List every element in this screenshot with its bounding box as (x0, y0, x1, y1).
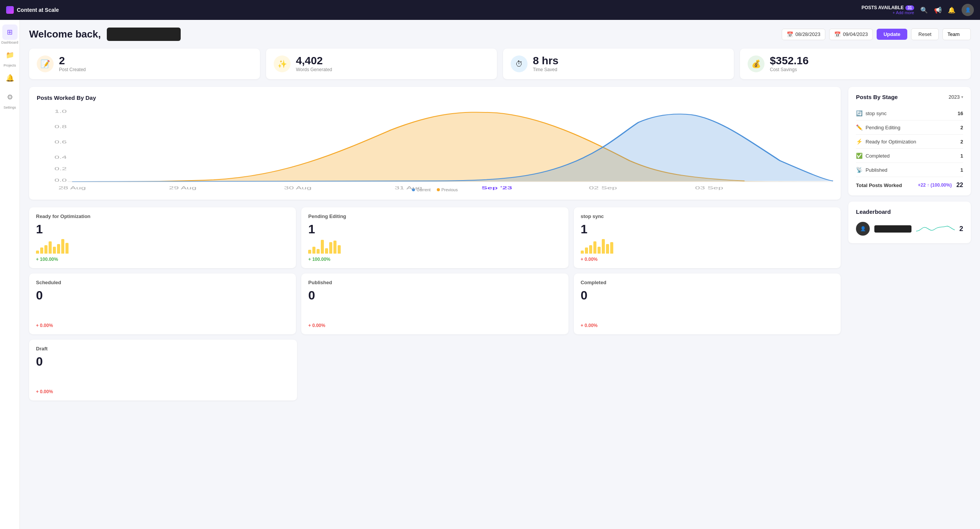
total-count: 22 (956, 182, 963, 189)
svg-text:0.8: 0.8 (54, 125, 67, 129)
mini-card-completed-title: Completed (581, 280, 834, 285)
leaderboard-title: Leaderboard (856, 208, 963, 215)
published-stage-icon: 📡 (856, 167, 862, 173)
page-header: Welcome back, ████ 📅 08/28/2023 📅 09/04/… (29, 28, 971, 41)
svg-text:29 Aug: 29 Aug (169, 186, 196, 190)
lb-avatar: 👤 (856, 222, 870, 236)
svg-text:03 Sep: 03 Sep (695, 186, 723, 190)
stats-grid: 📝 2 Post Created ✨ 4,402 Words Generated… (29, 49, 971, 79)
lb-chart (916, 221, 955, 236)
mini-chart-completed (581, 304, 834, 320)
sidebar-dashboard-label: Dashboard (1, 41, 18, 44)
search-icon[interactable]: 🔍 (920, 7, 928, 14)
date-to-input[interactable]: 📅 09/04/2023 (829, 29, 873, 40)
stat-value-time: 8 hrs (533, 55, 559, 66)
svg-text:1.0: 1.0 (54, 109, 67, 114)
mini-card-ready-title: Ready for Optimization (36, 213, 289, 219)
stopsync-stage-count: 16 (958, 111, 963, 116)
main-content: Welcome back, ████ 📅 08/28/2023 📅 09/04/… (20, 20, 980, 529)
completed-stage-count: 1 (960, 153, 963, 159)
mini-card-ready-change: + 100.00% (36, 257, 289, 262)
ready-stage-count: 2 (960, 139, 963, 145)
mini-chart-pending (308, 238, 561, 254)
stat-label-time: Time Saved (533, 67, 559, 72)
stage-row-published: 📡 Published 1 (856, 163, 963, 177)
add-more-link[interactable]: + Add more (892, 10, 914, 15)
ready-stage-label: Ready for Optimization (866, 139, 916, 145)
ready-stage-icon: ⚡ (856, 138, 862, 145)
settings-icon: ⚙ (7, 93, 13, 101)
published-stage-count: 1 (960, 167, 963, 173)
mini-card-pending-title: Pending Editing (308, 213, 561, 219)
top-nav: Content at Scale POSTS AVAILABLE 31 + Ad… (0, 0, 980, 20)
bell-icon[interactable]: 🔔 (948, 7, 956, 14)
user-avatar[interactable]: 👤 (962, 4, 974, 16)
mini-card-draft-value: 0 (36, 355, 290, 368)
mini-card-stopsync-change: + 0.00% (581, 257, 834, 262)
svg-text:30 Aug: 30 Aug (284, 186, 312, 190)
posts-by-stage-panel: Posts By Stage 2023 ▾ 🔄 stop sync 16 (848, 87, 971, 195)
leaderboard-panel: Leaderboard 👤 ████ 2 (848, 202, 971, 243)
calendar-icon-from: 📅 (787, 31, 793, 37)
team-select[interactable]: Team (942, 28, 971, 40)
mini-card-pending-change: + 100.00% (308, 257, 561, 262)
sidebar-projects-label: Projects (3, 63, 16, 67)
stat-card-words: ✨ 4,402 Words Generated (266, 49, 497, 79)
sidebar-settings-label: Settings (3, 106, 16, 109)
mini-card-stopsync-title: stop sync (581, 213, 834, 219)
projects-icon: 📁 (6, 51, 14, 59)
mini-chart-scheduled (36, 304, 289, 320)
stage-row-completed: ✅ Completed 1 (856, 149, 963, 163)
legend-previous-label: Previous (441, 187, 458, 192)
total-row: Total Posts Worked +22 ↑ (100.00%) 22 (856, 177, 963, 189)
logo-icon (6, 6, 14, 14)
lb-name-redacted: ████ (874, 225, 911, 233)
sidebar-item-alerts[interactable]: 🔔 (2, 70, 18, 86)
update-button[interactable]: Update (877, 29, 907, 40)
date-from-input[interactable]: 📅 08/28/2023 (782, 29, 825, 40)
chart-title: Posts Worked By Day (37, 94, 833, 101)
sidebar-item-projects[interactable]: 📁 Projects (2, 47, 18, 67)
reset-button[interactable]: Reset (911, 28, 939, 40)
welcome-title: Welcome back, ████ (29, 28, 181, 41)
mini-card-published-value: 0 (308, 289, 561, 301)
svg-text:0.6: 0.6 (54, 140, 67, 144)
dashboard-body: Posts Worked By Day 1.0 0.8 0.6 0.4 0.2 … (29, 87, 971, 400)
lb-sparkline (916, 221, 955, 236)
posts-by-stage-title: Posts By Stage (856, 94, 898, 100)
published-stage-label: Published (866, 167, 887, 173)
stat-label-cost: Cost Savings (770, 67, 808, 72)
calendar-icon-to: 📅 (834, 31, 841, 37)
stat-card-posts: 📝 2 Post Created (29, 49, 260, 79)
dashboard-icon: ⊞ (7, 28, 13, 36)
chevron-down-icon: ▾ (961, 95, 963, 99)
mini-card-scheduled-change: + 0.00% (36, 323, 289, 328)
right-panel: Posts By Stage 2023 ▾ 🔄 stop sync 16 (848, 87, 971, 400)
completed-stage-icon: ✅ (856, 153, 862, 159)
megaphone-icon[interactable]: 📢 (934, 7, 942, 14)
mini-card-pending-value: 1 (308, 223, 561, 235)
sidebar-item-dashboard[interactable]: ⊞ Dashboard (1, 24, 18, 44)
mini-card-published: Published 0 + 0.00% (301, 273, 568, 334)
stat-card-time: ⏱ 8 hrs Time Saved (503, 49, 734, 79)
app-logo: Content at Scale (6, 6, 59, 14)
svg-text:31 Aug: 31 Aug (395, 186, 422, 190)
stat-icon-time: ⏱ (511, 55, 528, 72)
pending-stage-label: Pending Editing (866, 125, 900, 130)
stat-value-cost: $352.16 (770, 55, 808, 66)
mini-card-completed-value: 0 (581, 289, 834, 301)
sidebar-item-settings[interactable]: ⚙ Settings (2, 90, 18, 109)
mini-card-scheduled-title: Scheduled (36, 280, 289, 285)
mini-card-draft: Draft 0 + 0.00% (29, 340, 297, 400)
date-to-value: 09/04/2023 (843, 31, 868, 37)
sidebar: ⊞ Dashboard 📁 Projects 🔔 ⚙ Settings (0, 20, 20, 529)
mini-card-stopsync: stop sync 1 + 0.00% (574, 207, 841, 268)
lb-count: 2 (959, 225, 963, 233)
posts-chart-svg: 1.0 0.8 0.6 0.4 0.2 0.0 28 Aug (37, 107, 833, 184)
mini-card-draft-title: Draft (36, 346, 290, 352)
svg-text:0.2: 0.2 (54, 167, 67, 171)
user-name-redacted: ████ (107, 28, 181, 41)
posts-by-stage-header: Posts By Stage 2023 ▾ (856, 94, 963, 100)
stat-label-words: Words Generated (296, 67, 332, 72)
mini-card-stopsync-value: 1 (581, 223, 834, 235)
